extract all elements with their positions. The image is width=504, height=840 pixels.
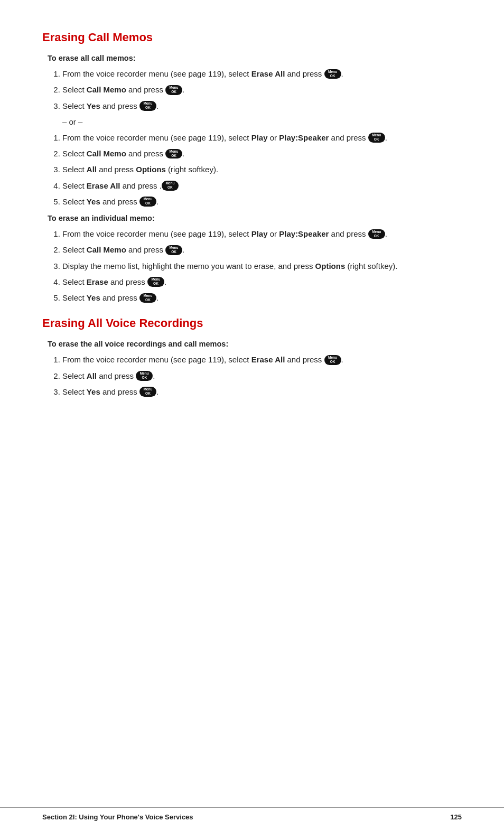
footer-left: Section 2I: Using Your Phone's Voice Ser…: [42, 813, 193, 821]
list-item: Select Call Memo and press MenuOK.: [62, 147, 462, 160]
sub-label-erase-individual: To erase an individual memo:: [48, 214, 462, 222]
menu-ok-icon: MenuOK: [368, 133, 385, 143]
list-item: Select All and press MenuOK.: [62, 370, 462, 382]
list-item: From the voice recorder menu (see page 1…: [62, 353, 462, 366]
list-item: Select All and press Options (right soft…: [62, 163, 462, 175]
menu-ok-icon: MenuOK: [165, 85, 182, 95]
footer-right: 125: [450, 813, 462, 821]
list-item: Select Yes and press MenuOK.: [62, 100, 462, 112]
list-item: Select Erase and press MenuOK.: [62, 276, 462, 288]
menu-ok-icon: MenuOK: [165, 245, 182, 255]
section-title-1: Erasing Call Memos: [42, 31, 462, 44]
list-item: From the voice recorder menu (see page 1…: [62, 68, 462, 80]
list-item: Select Call Memo and press MenuOK.: [62, 83, 462, 96]
list-erase-all-memos-alt: From the voice recorder menu (see page 1…: [62, 132, 462, 208]
sub-label-erase-all-voice: To erase the all voice recordings and ca…: [48, 340, 462, 348]
menu-ok-icon: MenuOK: [368, 229, 385, 239]
list-item: Select Yes and press MenuOK.: [62, 292, 462, 304]
list-item: Select Erase All and press .MenuOK: [62, 180, 462, 192]
list-item: Display the memo list, highlight the mem…: [62, 260, 462, 272]
or-divider: – or –: [62, 117, 462, 126]
list-item: Select Call Memo and press MenuOK.: [62, 244, 462, 256]
list-item: Select Yes and press MenuOK.: [62, 195, 462, 208]
menu-ok-icon: MenuOK: [165, 149, 182, 159]
footer: Section 2I: Using Your Phone's Voice Ser…: [0, 807, 504, 821]
menu-ok-icon: MenuOK: [139, 293, 156, 303]
list-erase-all-memos: From the voice recorder menu (see page 1…: [62, 68, 462, 112]
section-title-2: Erasing All Voice Recordings: [42, 316, 462, 330]
menu-ok-icon: MenuOK: [139, 387, 156, 397]
list-item: From the voice recorder menu (see page 1…: [62, 228, 462, 240]
menu-ok-icon: MenuOK: [136, 371, 153, 381]
list-erase-individual: From the voice recorder menu (see page 1…: [62, 228, 462, 304]
list-erase-all-voice: From the voice recorder menu (see page 1…: [62, 353, 462, 398]
menu-ok-icon: MenuOK: [147, 277, 164, 287]
menu-ok-icon: MenuOK: [324, 355, 341, 365]
menu-ok-icon: MenuOK: [324, 69, 341, 79]
menu-ok-icon: MenuOK: [139, 101, 156, 111]
menu-ok-icon: MenuOK: [162, 181, 179, 191]
list-item: Select Yes and press MenuOK.: [62, 386, 462, 398]
menu-ok-icon: MenuOK: [139, 197, 156, 207]
sub-label-erase-all-memos: To erase all call memos:: [48, 54, 462, 62]
list-item: From the voice recorder menu (see page 1…: [62, 132, 462, 144]
